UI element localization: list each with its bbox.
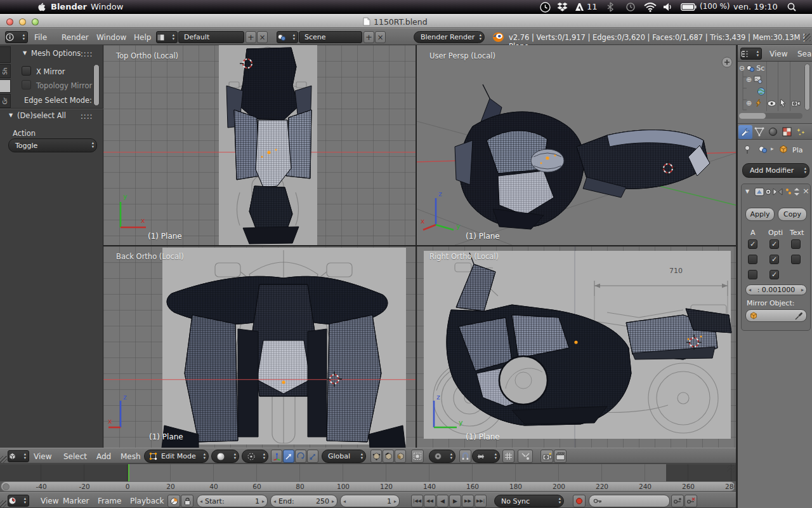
properties-region-expand-icon[interactable] [722, 57, 732, 67]
menu-render[interactable]: Render [62, 33, 89, 42]
vertex-select-mode-button[interactable] [370, 450, 382, 463]
timeline-frame-ruler[interactable]: -40-200204060801001201401601802002202402… [1, 481, 735, 491]
insert-keyframe-button[interactable] [671, 495, 684, 507]
timeline-header-grip[interactable] [0, 500, 6, 507]
menubar-window-menu[interactable]: Window [91, 2, 123, 11]
x-mirror-label[interactable]: X Mirror [36, 67, 65, 76]
vertex-groups-checkbox[interactable] [769, 270, 779, 279]
play-button[interactable]: ▶ [449, 495, 461, 507]
timeline-menu-marker[interactable]: Marker [63, 497, 89, 505]
editor-type-timeline-button[interactable]: ▴ ▾ [8, 495, 29, 507]
view3d-menu-view[interactable]: View [34, 452, 51, 461]
viewport-shading-select[interactable]: ▴ ▾ [211, 450, 239, 463]
manipulator-toggle[interactable] [271, 450, 282, 463]
deselect-all-panel-grip[interactable]: :::: [81, 112, 93, 121]
tool-shelf-tab-shading[interactable]: Sh [0, 64, 11, 78]
minimize-window-button[interactable] [19, 18, 26, 25]
menubar-clock[interactable]: ven. 19:10 [733, 2, 778, 11]
delete-screen-layout-button[interactable]: × [257, 31, 268, 43]
view3d-menu-mesh[interactable]: Mesh [121, 452, 141, 461]
opengl-render-image-button[interactable] [540, 450, 553, 463]
editor-type-outliner-button[interactable]: ▴ ▾ [740, 48, 762, 60]
render-engine-select[interactable]: Blender Render▴ ▾ [414, 31, 485, 43]
next-keyframe-button[interactable]: ▶▶ [462, 495, 474, 507]
outliner-menu-search[interactable]: Search [797, 50, 811, 58]
modifier-expand-icon[interactable]: ▼ [745, 189, 749, 194]
restrict-view-icon[interactable] [767, 100, 776, 107]
auto-keyframe-record-button[interactable] [573, 495, 586, 507]
scene-name-field[interactable]: Scene [299, 31, 362, 43]
snap-target-button[interactable] [502, 450, 514, 463]
spotlight-icon[interactable] [787, 2, 797, 12]
zoom-window-button[interactable] [32, 18, 39, 25]
merge-limit-field[interactable]: ◂ : 0.001000 ▸ [745, 284, 807, 295]
automerge-button[interactable] [518, 450, 533, 463]
limit-to-visible-button[interactable] [411, 450, 424, 463]
view3d-corner-grip[interactable] [0, 456, 7, 463]
mirror-object-field[interactable] [745, 309, 807, 322]
eyedropper-icon[interactable] [795, 312, 803, 320]
apple-menu-icon[interactable] [36, 2, 46, 12]
proportional-edit-select[interactable]: ▴ ▾ [429, 450, 455, 463]
window-titlebar[interactable]: 1150RT.blend [0, 14, 812, 28]
tab-material-icon[interactable] [768, 127, 778, 137]
add-screen-layout-button[interactable]: + [246, 31, 256, 43]
mesh-options-panel-title[interactable]: Mesh Options [31, 49, 81, 58]
header-resize-grip[interactable] [803, 34, 811, 41]
view3d-menu-select[interactable]: Select [63, 452, 87, 461]
outliner-item-renderlayer[interactable]: ⊕ [746, 76, 763, 84]
editor-type-view3d-button[interactable]: ▴ ▾ [8, 450, 29, 462]
current-frame-indicator[interactable] [128, 464, 129, 481]
opengl-render-anim-button[interactable] [554, 450, 566, 463]
menu-file[interactable]: File [34, 33, 47, 42]
menu-help[interactable]: Help [134, 33, 151, 42]
scene-icon-button[interactable]: ▴ ▾ [277, 31, 298, 43]
view3d-menu-add[interactable]: Add [96, 452, 111, 461]
transform-orientation-select[interactable]: Global▴ ▾ [322, 450, 366, 463]
time-machine-icon[interactable] [625, 2, 636, 12]
adobe-icon[interactable] [575, 3, 584, 11]
add-scene-button[interactable]: + [363, 31, 374, 43]
screen-layout-name-field[interactable]: Default [178, 31, 244, 43]
axis-z-checkbox[interactable] [748, 270, 757, 279]
outliner-menu-view[interactable]: View [769, 50, 787, 58]
clipping-checkbox[interactable] [769, 255, 779, 264]
tab-modifiers[interactable] [738, 125, 752, 139]
restrict-render-icon[interactable] [791, 100, 801, 107]
timeline-corner-grip[interactable] [727, 465, 735, 472]
outliner-vscrollbar[interactable] [804, 64, 810, 110]
volume-icon[interactable] [663, 3, 672, 11]
viewport-divider-vertical[interactable] [416, 45, 417, 448]
jump-to-start-button[interactable]: |◀◀ [411, 495, 423, 507]
play-reverse-button[interactable]: ◀ [436, 495, 449, 507]
action-select[interactable]: Toggle▴ ▾ [8, 138, 97, 152]
outliner-item-world[interactable] [757, 87, 766, 96]
tool-shelf-tab-active[interactable] [0, 79, 11, 93]
lock-time-cursor-toggle[interactable] [181, 495, 193, 507]
menu-window[interactable]: Window [96, 33, 126, 42]
breadcrumb-object-name[interactable]: Pla [792, 146, 802, 154]
mode-select[interactable]: Edit Mode▴ ▾ [144, 450, 209, 463]
menubar-clock-app-icon[interactable] [540, 2, 551, 13]
frame-end-field[interactable]: ◂End: 250▸ [270, 495, 337, 507]
modifier-move-icon[interactable] [794, 187, 800, 196]
tree-expand-icon[interactable]: ⊕ [746, 76, 752, 84]
merge-checkbox[interactable] [769, 239, 779, 249]
frame-start-field[interactable]: ◂Start: 1▸ [197, 495, 268, 507]
topology-mirror-checkbox[interactable] [22, 80, 31, 90]
modifier-close-icon[interactable]: × [802, 186, 809, 196]
mesh-options-panel-grip[interactable]: :::: [81, 50, 93, 58]
modifier-apply-button[interactable]: Apply [745, 208, 775, 221]
keying-set-field[interactable] [589, 495, 670, 507]
battery-icon[interactable] [681, 3, 697, 11]
delete-scene-button[interactable]: × [375, 31, 386, 43]
texture-u-checkbox[interactable] [791, 239, 801, 249]
mesh-options-expand-icon[interactable]: ▼ [23, 50, 27, 56]
tree-expand-icon[interactable]: ⊕ [746, 99, 752, 107]
pin-icon[interactable] [743, 145, 752, 154]
timeline-menu-playback[interactable]: Playback [130, 497, 164, 505]
tab-object-data-icon[interactable] [754, 127, 764, 137]
outliner-item-scene[interactable]: ⊖ Scene [739, 64, 765, 72]
timeline-canvas[interactable] [0, 464, 736, 481]
tool-shelf-scrollbar[interactable] [93, 64, 100, 106]
